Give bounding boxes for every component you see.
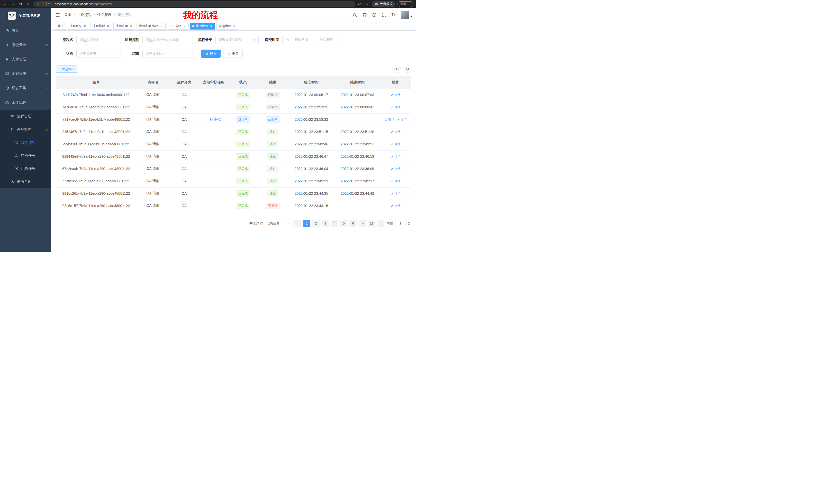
prev-page-button[interactable]: ‹ <box>294 220 301 227</box>
detail-link[interactable]: 详情 <box>391 204 400 208</box>
browser-home-icon[interactable]: ⌂ <box>26 2 31 6</box>
detail-link[interactable]: 详情 <box>391 191 400 196</box>
cancel-link[interactable]: 取消 <box>385 117 394 122</box>
tab-my-process[interactable]: 我的流程× <box>190 23 215 30</box>
close-tab-icon[interactable]: × <box>232 24 236 28</box>
bookmark-star-icon[interactable]: ☆ <box>364 2 369 6</box>
sidebar-item-done-task[interactable]: 已办任务 <box>0 162 51 175</box>
detail-link[interactable]: 详情 <box>391 93 400 97</box>
page-button[interactable]: 11 <box>368 220 375 227</box>
detail-link[interactable]: 详情 <box>391 179 400 184</box>
status-badge: 已完成 <box>236 141 250 147</box>
next-page-button[interactable]: › <box>377 220 384 227</box>
tab-process-definition[interactable]: 流程定义× <box>67 23 89 30</box>
tab-start-process[interactable]: 发起流程× <box>216 23 238 30</box>
start-date-input[interactable]: 开始日期 <box>289 37 313 42</box>
app-logo[interactable]: 芋道管理系统 <box>0 8 51 23</box>
process-name-input[interactable] <box>76 36 121 44</box>
cell-id: 67c2eaab-7b9a-11ec-a290-acde48001122 <box>56 163 136 175</box>
date-range-picker[interactable]: 开始日期 - 结束日期 <box>282 36 342 44</box>
browser-back-icon[interactable]: ← <box>3 2 8 6</box>
page-button[interactable]: 3 <box>322 220 329 227</box>
detail-link[interactable]: 详情 <box>391 167 400 171</box>
help-icon[interactable]: ? <box>372 12 377 17</box>
detail-link[interactable]: 详情 <box>397 117 407 122</box>
breadcrumb-workflow[interactable]: 工作流程 <box>77 12 92 17</box>
navbar-actions: ? TT ▾ <box>353 10 412 19</box>
goto-page-input[interactable] <box>395 220 406 227</box>
close-tab-icon[interactable]: × <box>83 24 87 28</box>
close-tab-icon[interactable]: × <box>209 24 213 28</box>
sidebar-item-task-mgmt[interactable]: 任务管理 <box>0 123 51 136</box>
page-button[interactable]: 1 <box>303 220 310 227</box>
cell-id: 7470a810-7b9b-11ec-b5b7-acde48001122 <box>56 101 136 113</box>
close-tab-icon[interactable]: × <box>106 24 110 28</box>
sidebar-item-home[interactable]: 首页 <box>0 23 51 38</box>
hamburger-icon[interactable] <box>55 12 60 18</box>
page-button[interactable]: 4 <box>331 220 338 227</box>
sidebar-item-system[interactable]: 系统管理 <box>0 38 51 52</box>
search-button[interactable]: 搜索 <box>201 50 220 58</box>
tab-process-form-edit[interactable]: 流程表单-编辑× <box>136 23 165 30</box>
sidebar-item-workflow[interactable]: 工作流程 <box>0 95 51 110</box>
browser-forward-icon[interactable]: → <box>10 2 16 6</box>
incognito-profile-chip[interactable]: 无痕模式 <box>372 1 395 7</box>
breadcrumb-task[interactable]: 任务管理 <box>97 12 111 17</box>
sidebar-item-todo-task[interactable]: 待办任务 <box>0 149 51 162</box>
cancel-icon <box>385 118 387 121</box>
more-pages-button[interactable]: ··· <box>359 220 366 227</box>
create-process-button[interactable]: + 发起流程 <box>56 65 77 73</box>
tab-process-model[interactable]: 流程模型× <box>90 23 112 30</box>
page-button[interactable]: 6 <box>349 220 357 227</box>
tab-user-group[interactable]: 用户分组× <box>167 23 189 30</box>
sidebar-item-leave-query[interactable]: 请假查询 <box>0 175 51 188</box>
fullscreen-icon[interactable] <box>382 12 386 17</box>
user-menu[interactable]: ▾ <box>400 10 412 19</box>
toggle-search-button[interactable] <box>394 65 401 73</box>
result-badge: 处理中 <box>266 116 280 122</box>
chevron-down-icon <box>45 43 48 46</box>
cell-end-time: 2022-01-23 00:07:03 <box>334 89 381 101</box>
cell-task <box>199 89 229 101</box>
end-date-input[interactable]: 结束日期 <box>314 37 339 42</box>
detail-link[interactable]: 详情 <box>391 155 400 159</box>
process-id-input[interactable] <box>142 36 193 44</box>
sidebar-item-devtools[interactable]: 研发工具 <box>0 81 51 95</box>
chevron-down-icon <box>45 115 48 117</box>
sidebar-item-payment[interactable]: ¥ 支付管理 <box>0 52 51 66</box>
font-size-icon[interactable]: TT <box>392 13 396 17</box>
url-bar[interactable]: 不安全 dashboard.yudao.iocoder.cn/bpm/task/… <box>33 1 355 7</box>
page-button[interactable]: 2 <box>312 220 319 227</box>
password-key-icon[interactable] <box>358 2 362 6</box>
security-label[interactable]: 不安全 <box>42 2 51 6</box>
current-task-link[interactable]: 一级审批 <box>206 117 221 121</box>
reset-button[interactable]: 重置 <box>223 50 243 58</box>
status-badge: 已完成 <box>236 178 250 184</box>
category-select[interactable]: 请选择流程分类 <box>215 36 259 44</box>
refresh-table-button[interactable] <box>404 65 411 73</box>
cell-name: OA 请假 <box>136 101 170 113</box>
detail-link[interactable]: 详情 <box>391 130 400 134</box>
result-select[interactable]: 请选择流结果 <box>142 50 193 58</box>
github-icon[interactable] <box>362 12 367 17</box>
scissors-icon <box>15 166 19 171</box>
avatar[interactable] <box>400 10 409 19</box>
tab-home[interactable]: 首页 <box>55 23 66 30</box>
page-button[interactable]: 5 <box>340 220 347 227</box>
tab-process-form[interactable]: 流程表单× <box>113 23 135 30</box>
search-icon[interactable] <box>353 12 357 17</box>
browser-update-button[interactable]: 更新 ⋮ <box>397 1 413 7</box>
detail-link[interactable]: 详情 <box>391 105 400 109</box>
breadcrumb-home[interactable]: 首页 <box>64 12 72 17</box>
sidebar-item-my-process[interactable]: 我的流程 <box>0 136 51 149</box>
status-select[interactable]: 请选择状态 <box>76 50 121 58</box>
detail-link[interactable]: 详情 <box>391 142 400 146</box>
page-size-select[interactable]: 10条/页 <box>266 220 292 227</box>
sidebar-item-process-mgmt[interactable]: 流程管理 <box>0 110 51 123</box>
close-tab-icon[interactable]: × <box>129 24 133 28</box>
browser-menu-icon[interactable]: ⋮ <box>408 2 411 6</box>
close-tab-icon[interactable]: × <box>160 24 163 28</box>
browser-reload-icon[interactable]: ↻ <box>18 2 23 6</box>
close-tab-icon[interactable]: × <box>183 24 186 28</box>
sidebar-item-infra[interactable]: 基础设施 <box>0 66 51 81</box>
